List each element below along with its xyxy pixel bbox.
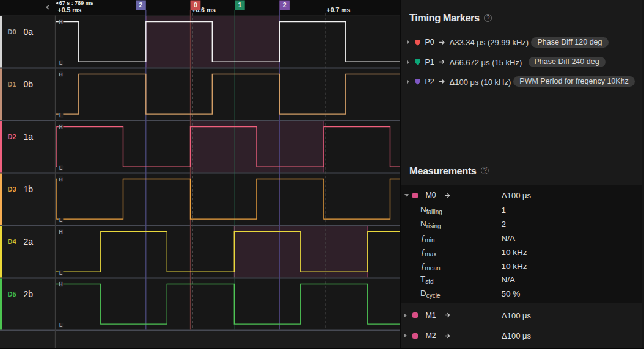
svg-text:+0.5 ms: +0.5 ms [58, 6, 82, 13]
svg-text:0b: 0b [24, 79, 34, 89]
svg-text:L: L [59, 270, 62, 276]
svg-text:H: H [59, 229, 63, 235]
svg-text:D0: D0 [8, 28, 16, 35]
svg-text:L: L [59, 217, 62, 223]
svg-text:2: 2 [139, 1, 142, 9]
svg-text:+0.7 ms: +0.7 ms [327, 6, 351, 13]
svg-text:H: H [59, 281, 63, 287]
svg-text:2a: 2a [24, 237, 34, 246]
svg-text:L: L [59, 60, 62, 66]
svg-text:D4: D4 [8, 238, 17, 245]
svg-text:2: 2 [283, 1, 287, 9]
svg-text:D3: D3 [8, 185, 16, 193]
svg-text:2b: 2b [24, 289, 34, 299]
svg-text:67 s : 789 ms: 67 s : 789 ms [59, 0, 93, 6]
svg-text:H: H [59, 19, 63, 25]
svg-text:H: H [59, 71, 63, 77]
svg-text:L: L [59, 322, 62, 328]
svg-text:D1: D1 [8, 81, 16, 88]
svg-text:D2: D2 [8, 133, 16, 140]
svg-text:L: L [59, 165, 62, 171]
svg-text:1a: 1a [24, 132, 34, 142]
svg-text:0a: 0a [24, 27, 34, 37]
svg-text:1b: 1b [24, 184, 34, 194]
svg-text:1: 1 [238, 1, 242, 9]
svg-text:L: L [59, 112, 62, 118]
svg-text:0: 0 [194, 1, 197, 9]
svg-text:D5: D5 [8, 290, 16, 298]
svg-text:H: H [59, 124, 63, 130]
svg-text:H: H [59, 176, 63, 182]
